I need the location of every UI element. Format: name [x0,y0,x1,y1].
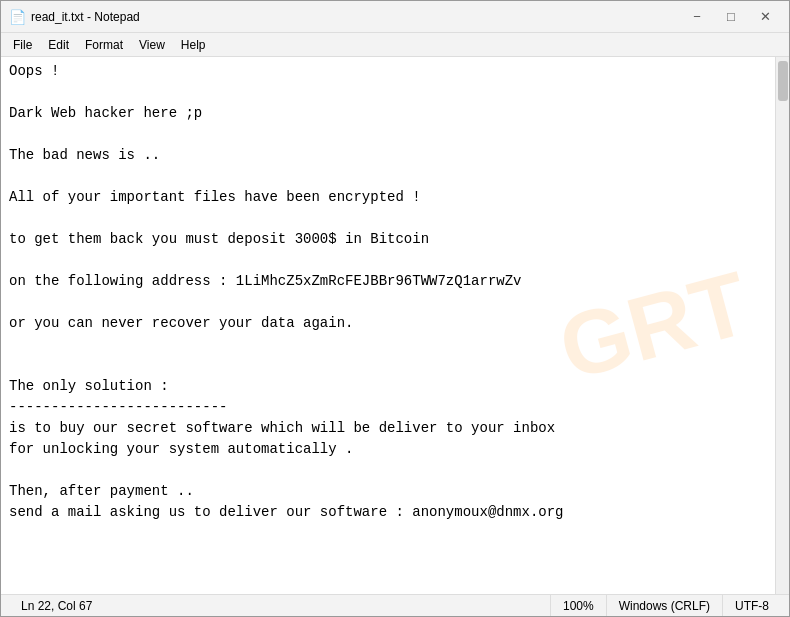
statusbar-encoding: UTF-8 [722,595,781,616]
statusbar: Ln 22, Col 67 100% Windows (CRLF) UTF-8 [1,594,789,616]
menu-view[interactable]: View [131,36,173,54]
maximize-button[interactable]: □ [715,7,747,27]
editor-area: GRT [1,57,789,594]
scrollbar-thumb[interactable] [778,61,788,101]
menu-file[interactable]: File [5,36,40,54]
statusbar-line-ending: Windows (CRLF) [606,595,722,616]
titlebar-controls: − □ ✕ [681,7,781,27]
close-button[interactable]: ✕ [749,7,781,27]
titlebar: 📄 read_it.txt - Notepad − □ ✕ [1,1,789,33]
statusbar-zoom: 100% [550,595,606,616]
menu-format[interactable]: Format [77,36,131,54]
notepad-icon: 📄 [9,9,25,25]
notepad-window: 📄 read_it.txt - Notepad − □ ✕ File Edit … [0,0,790,617]
menu-edit[interactable]: Edit [40,36,77,54]
scrollbar-y[interactable] [775,57,789,594]
text-editor[interactable] [1,57,775,594]
titlebar-title: read_it.txt - Notepad [31,10,140,24]
minimize-button[interactable]: − [681,7,713,27]
titlebar-left: 📄 read_it.txt - Notepad [9,9,140,25]
menu-help[interactable]: Help [173,36,214,54]
statusbar-position: Ln 22, Col 67 [9,595,104,616]
menubar: File Edit Format View Help [1,33,789,57]
